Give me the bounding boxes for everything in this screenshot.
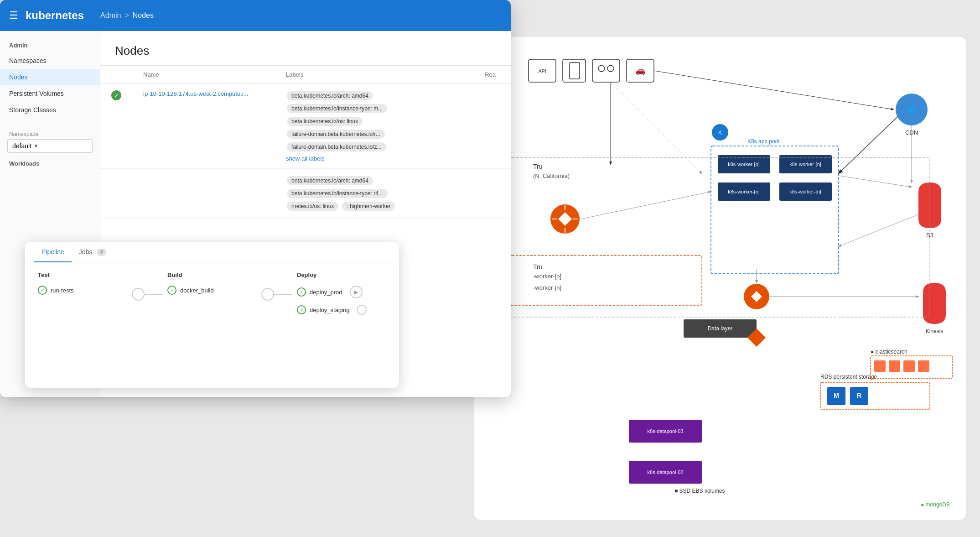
label-chip: rnetes.io/os: linux	[287, 202, 338, 211]
svg-text:R: R	[857, 392, 861, 399]
pipeline-body: Test ✓ run-tests Build ✓	[25, 262, 399, 324]
svg-text:k8s-datapool-03: k8s-datapool-03	[648, 428, 684, 434]
job-deploy-staging: ✓ deploy_staging	[297, 305, 386, 315]
job-success-icon: ✓	[297, 305, 306, 314]
sidebar-item-persistent-volumes[interactable]: Persistent Volumes	[0, 85, 100, 102]
deploy-jobs-list: ✓ deploy_prod ▶ ✓ deploy_staging	[297, 286, 386, 315]
label-chip: : highmem-worker	[342, 202, 395, 211]
chevron-down-icon: ▼	[33, 143, 39, 149]
stage-test: Test ✓ run-tests	[38, 271, 127, 295]
brand-logo: kubernetes	[26, 9, 84, 22]
job-name[interactable]: deploy_staging	[310, 307, 349, 313]
job-docker-build: ✓ docker_build	[167, 286, 257, 295]
svg-text:k8s-worker-[n]: k8s-worker-[n]	[728, 162, 760, 167]
svg-rect-65	[889, 360, 900, 372]
workloads-section-title: Workloads	[0, 153, 100, 171]
row-ready-cell	[474, 84, 511, 169]
svg-rect-66	[903, 360, 915, 372]
svg-text:K: K	[718, 130, 722, 136]
job-success-icon: ✓	[167, 286, 176, 295]
row-status-cell: ✓	[100, 84, 132, 169]
job-run-tests: ✓ run-tests	[38, 286, 127, 295]
namespace-select[interactable]: default ▼	[7, 139, 93, 153]
test-jobs-list: ✓ run-tests	[38, 286, 127, 295]
label-chip: beta.kubernetes.io/instance-type: r4...	[287, 189, 388, 198]
build-jobs-list: ✓ docker_build	[167, 286, 257, 295]
column-name-header[interactable]: Name	[132, 66, 275, 84]
pipeline-stages: Test ✓ run-tests Build ✓	[38, 271, 386, 315]
labels-container: beta.kubernetes.io/arch: amd64 beta.kube…	[286, 90, 441, 152]
svg-text:(N. California): (N. California)	[533, 172, 570, 179]
stage-deploy: Deploy ✓ deploy_prod ▶ ✓ deploy_staging	[297, 271, 386, 315]
stage-build: Build ✓ docker_build	[167, 271, 257, 295]
label-chip: beta.kubernetes.io/instance-type: m...	[287, 104, 387, 113]
row-name-cell: ip-10-10-128-174.us-west-2.compute.i...	[132, 84, 275, 169]
svg-text:k8s-worker-[n]: k8s-worker-[n]	[789, 162, 821, 167]
admin-section-title: Admin	[0, 42, 100, 52]
status-ready-icon: ✓	[111, 90, 121, 100]
svg-text:Tru: Tru	[533, 163, 542, 170]
svg-text:API: API	[538, 68, 546, 74]
job-name[interactable]: docker_build	[180, 287, 214, 294]
row-status-cell	[100, 169, 132, 219]
column-ready-header[interactable]: Rea	[474, 66, 511, 84]
row-labels-cell: beta.kubernetes.io/arch: amd64 beta.kube…	[275, 84, 474, 169]
connector-1	[127, 288, 167, 301]
job-name[interactable]: run-tests	[51, 287, 74, 294]
job-deploy-prod: ✓ deploy_prod ▶	[297, 286, 386, 298]
svg-text:M: M	[834, 392, 839, 399]
show-all-labels-link[interactable]: show all labels	[286, 155, 463, 162]
svg-text:-worker-[n]: -worker-[n]	[533, 284, 561, 291]
breadcrumb-separator: >	[124, 11, 129, 20]
svg-text:● mongoDB: ● mongoDB	[921, 501, 950, 508]
svg-text:Data layer: Data layer	[708, 325, 733, 332]
nodes-table: Name Labels Rea ✓ ip-10-10-128-174.us-we…	[100, 66, 511, 219]
svg-text:■ SSD EBS volumes: ■ SSD EBS volumes	[674, 488, 725, 494]
breadcrumb-parent[interactable]: Admin	[100, 11, 121, 20]
stage-test-header: Test	[38, 271, 127, 278]
svg-text:-worker-[n]: -worker-[n]	[533, 273, 561, 280]
tab-pipeline[interactable]: Pipeline	[34, 242, 72, 262]
svg-text:k8s-worker-[n]: k8s-worker-[n]	[728, 189, 760, 194]
sidebar-item-namespaces[interactable]: Namespaces	[0, 52, 100, 69]
svg-text:k8s-worker-[n]: k8s-worker-[n]	[789, 189, 821, 194]
job-success-icon: ✓	[297, 287, 306, 297]
page-title: Nodes	[115, 44, 496, 58]
label-chip: failure-domain.beta.kubernetes.io/z...	[287, 142, 386, 151]
svg-text:🚗: 🚗	[635, 65, 646, 75]
connector-circle	[132, 288, 145, 301]
svg-rect-64	[874, 360, 886, 372]
row-name-cell	[132, 169, 275, 219]
connector-line	[145, 294, 163, 295]
play-button[interactable]: ▶	[350, 286, 363, 298]
sidebar-item-storage-classes[interactable]: Storage Classes	[0, 102, 100, 118]
pipeline-tabs: Pipeline Jobs 4	[25, 242, 399, 262]
svg-text:🌐: 🌐	[908, 106, 916, 114]
connector-2	[257, 288, 297, 301]
node-link[interactable]: ip-10-10-128-174.us-west-2.compute.i...	[143, 90, 249, 97]
labels-container: beta.kubernetes.io/arch: amd64 beta.kube…	[286, 175, 441, 212]
page-header: Nodes	[100, 31, 511, 66]
svg-text:Tru: Tru	[533, 263, 542, 271]
tab-jobs-label: Jobs	[79, 248, 93, 255]
breadcrumb-current: Nodes	[133, 11, 154, 20]
job-name[interactable]: deploy_prod	[310, 289, 342, 296]
stage-build-header: Build	[167, 271, 257, 278]
svg-text:RDS persistent storage: RDS persistent storage	[820, 374, 877, 380]
namespace-label: Namespace	[0, 127, 100, 139]
tab-jobs[interactable]: Jobs 4	[72, 242, 114, 262]
sidebar-item-nodes[interactable]: Nodes	[0, 69, 100, 85]
topbar: ☰ kubernetes Admin > Nodes	[0, 0, 511, 31]
svg-text:K8s app pool: K8s app pool	[747, 138, 779, 145]
column-name	[100, 66, 132, 84]
label-chip: failure-domain.beta.kubernetes.io/r...	[287, 130, 385, 139]
svg-text:Kinesis: Kinesis	[926, 328, 944, 334]
breadcrumb: Admin > Nodes	[100, 11, 154, 20]
hamburger-menu-icon[interactable]: ☰	[9, 10, 18, 21]
aws-diagram: API 🚗 🌐 CDN	[474, 36, 966, 520]
status-circle	[357, 305, 367, 315]
row-ready-cell	[474, 169, 511, 219]
column-labels-header[interactable]: Labels	[275, 66, 474, 84]
svg-rect-67	[918, 360, 929, 372]
label-chip: beta.kubernetes.io/arch: amd64	[287, 91, 373, 100]
